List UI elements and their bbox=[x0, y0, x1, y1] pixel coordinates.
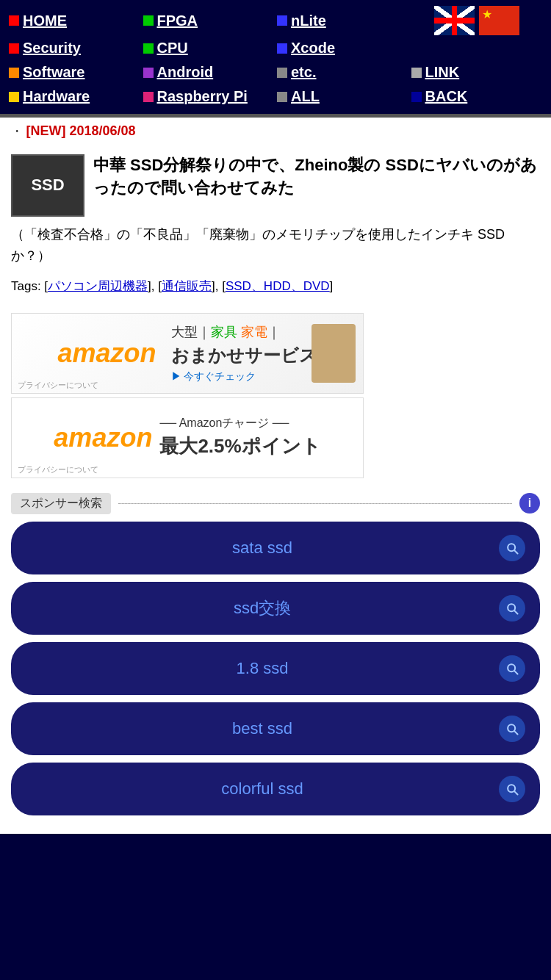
nav-link-link[interactable]: LINK bbox=[425, 64, 460, 81]
nav-link-security[interactable]: Security bbox=[23, 40, 81, 57]
nav-item-link[interactable]: LINK bbox=[410, 61, 544, 84]
search-item-4[interactable]: best ssd bbox=[11, 702, 540, 755]
ssd-icon: SSD bbox=[31, 176, 64, 195]
search-text-2: ssd交換 bbox=[26, 597, 499, 619]
article-body: （「検査不合格」の「不良品」「廃棄物」のメモリチップを使用したインチキ SSDか… bbox=[11, 224, 540, 267]
nav-item-software[interactable]: Software bbox=[7, 61, 142, 84]
nav-link-fpga[interactable]: FPGA bbox=[157, 12, 198, 29]
ad2-privacy: プライバシーについて bbox=[18, 464, 98, 475]
article-tags: Tags: [パソコン周辺機器], [通信販売], [SSD、HDD、DVD] bbox=[11, 278, 540, 295]
nav-dot-etc bbox=[277, 68, 287, 78]
nav-link-android[interactable]: Android bbox=[157, 64, 214, 81]
ad-box-1[interactable]: amazon 大型｜家具 家電｜ おまかせサービス ▶ 今すぐチェック プライバ… bbox=[11, 313, 364, 394]
search-text-5: colorful ssd bbox=[26, 779, 499, 799]
search-item-1[interactable]: sata ssd bbox=[11, 522, 540, 574]
sponsor-section: スポンサー検索 i sata ssd ssd交換 1.8 ssd best ss… bbox=[0, 486, 551, 834]
ad2-content: ── Amazonチャージ ── 最大2.5%ポイント bbox=[159, 414, 320, 461]
nav-item-etc[interactable]: etc. bbox=[276, 61, 410, 84]
news-prefix: ・ bbox=[11, 125, 23, 137]
tag3-link[interactable]: SSD、HDD、DVD bbox=[226, 279, 330, 293]
search-icon-4[interactable] bbox=[499, 716, 525, 742]
nav-dot-hardware bbox=[9, 92, 19, 102]
nav-item-back[interactable]: BACK bbox=[410, 85, 544, 108]
sponsor-header: スポンサー検索 i bbox=[11, 493, 540, 514]
flag-cn-icon[interactable] bbox=[479, 6, 519, 35]
search-icon-1[interactable] bbox=[499, 535, 525, 561]
search-icon-5[interactable] bbox=[499, 776, 525, 802]
search-item-3[interactable]: 1.8 ssd bbox=[11, 642, 540, 695]
nav-dot-cpu bbox=[143, 43, 154, 54]
navigation: HOME FPGA nLite Security CPU Xcode bbox=[0, 0, 551, 115]
nav-item-cpu[interactable]: CPU bbox=[142, 37, 276, 60]
nav-item-fpga[interactable]: FPGA bbox=[142, 6, 276, 35]
ad1-content: 大型｜家具 家電｜ おまかせサービス ▶ 今すぐチェック bbox=[171, 323, 317, 384]
nav-item-nlite[interactable]: nLite bbox=[276, 6, 410, 35]
nav-dot-xcode bbox=[277, 43, 287, 54]
search-icon-3[interactable] bbox=[499, 655, 525, 682]
nav-link-etc[interactable]: etc. bbox=[291, 64, 316, 81]
news-badge: [NEW] 2018/06/08 bbox=[26, 123, 135, 138]
nav-item-all[interactable]: ALL bbox=[276, 85, 410, 108]
nav-dot-back bbox=[411, 92, 422, 102]
tags-prefix: Tags: bbox=[11, 279, 44, 293]
tag1-link[interactable]: パソコン周辺機器 bbox=[48, 279, 148, 293]
nav-link-home[interactable]: HOME bbox=[23, 12, 67, 29]
sponsor-line bbox=[118, 503, 512, 504]
nav-item-android[interactable]: Android bbox=[142, 61, 276, 84]
ad1-privacy: プライバシーについて bbox=[18, 380, 98, 391]
news-section: ・ [NEW] 2018/06/08 bbox=[0, 118, 551, 145]
nav-link-back[interactable]: BACK bbox=[425, 88, 468, 105]
sponsor-label: スポンサー検索 bbox=[11, 493, 111, 514]
article-title[interactable]: 中華 SSD分解祭りの中で、Zheino製の SSDにヤバいのがあったので問い合… bbox=[93, 154, 540, 217]
nav-link-nlite[interactable]: nLite bbox=[291, 12, 326, 29]
search-text-3: 1.8 ssd bbox=[26, 659, 499, 678]
nav-link-software[interactable]: Software bbox=[23, 64, 84, 81]
nav-dot-all bbox=[277, 92, 287, 102]
search-item-5[interactable]: colorful ssd bbox=[11, 763, 540, 815]
nav-dot-software bbox=[9, 68, 19, 78]
nav-link-raspi[interactable]: Raspberry Pi bbox=[157, 88, 248, 105]
amazon-logo-1: amazon bbox=[57, 338, 156, 369]
nav-item-security[interactable]: Security bbox=[7, 37, 142, 60]
article-header: SSD 中華 SSD分解祭りの中で、Zheino製の SSDにヤバいのがあったの… bbox=[11, 154, 540, 217]
nav-grid: HOME FPGA nLite Security CPU Xcode bbox=[7, 6, 544, 108]
nav-link-hardware[interactable]: Hardware bbox=[23, 88, 90, 105]
nav-link-cpu[interactable]: CPU bbox=[157, 40, 188, 57]
info-icon[interactable]: i bbox=[519, 493, 540, 514]
nav-dot-link bbox=[411, 68, 422, 78]
tag2-link[interactable]: 通信販売 bbox=[162, 279, 212, 293]
search-item-2[interactable]: ssd交換 bbox=[11, 582, 540, 635]
search-text-4: best ssd bbox=[26, 719, 499, 738]
ad-section: amazon 大型｜家具 家電｜ おまかせサービス ▶ 今すぐチェック プライバ… bbox=[0, 306, 551, 486]
nav-dot-android bbox=[143, 68, 154, 78]
search-text-1: sata ssd bbox=[26, 538, 499, 558]
nav-dot-nlite bbox=[277, 15, 287, 26]
nav-link-xcode[interactable]: Xcode bbox=[291, 40, 335, 57]
amazon-logo-2: amazon bbox=[54, 422, 152, 453]
nav-dot-security bbox=[9, 43, 19, 54]
nav-item-raspi[interactable]: Raspberry Pi bbox=[142, 85, 276, 108]
search-icon-2[interactable] bbox=[499, 595, 525, 621]
nav-flags bbox=[410, 6, 544, 35]
nav-dot-fpga bbox=[143, 15, 154, 26]
ad-box-2[interactable]: amazon ── Amazonチャージ ── 最大2.5%ポイント プライバシ… bbox=[11, 397, 364, 478]
nav-dot-home bbox=[9, 15, 19, 26]
nav-item-hardware[interactable]: Hardware bbox=[7, 85, 142, 108]
nav-link-all[interactable]: ALL bbox=[291, 88, 320, 105]
article-section: SSD 中華 SSD分解祭りの中で、Zheino製の SSDにヤバいのがあったの… bbox=[0, 145, 551, 306]
nav-item-xcode[interactable]: Xcode bbox=[276, 37, 410, 60]
flag-uk-icon[interactable] bbox=[434, 6, 475, 35]
article-thumbnail: SSD bbox=[11, 154, 84, 217]
nav-dot-raspi bbox=[143, 92, 154, 102]
ad1-image bbox=[311, 324, 356, 383]
nav-item-home[interactable]: HOME bbox=[7, 6, 142, 35]
